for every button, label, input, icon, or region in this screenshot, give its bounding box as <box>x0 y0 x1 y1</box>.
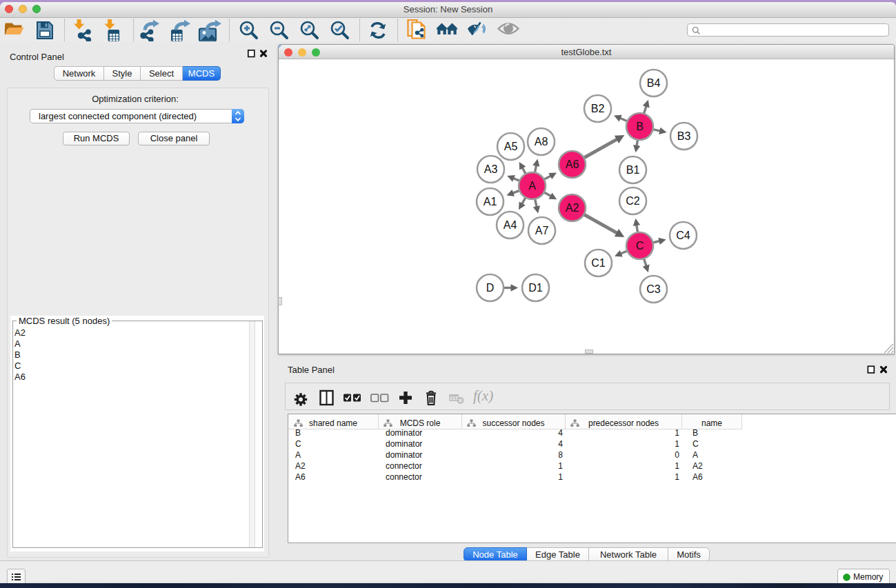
svg-text:B3: B3 <box>677 130 691 142</box>
svg-text:C4: C4 <box>676 230 690 241</box>
svg-text:D: D <box>486 282 495 294</box>
svg-text:A1: A1 <box>484 196 497 207</box>
svg-text:A: A <box>528 180 536 192</box>
svg-text:C1: C1 <box>591 257 606 269</box>
svg-text:A5: A5 <box>504 141 518 152</box>
svg-text:B4: B4 <box>647 77 661 89</box>
svg-text:A8: A8 <box>535 136 548 148</box>
svg-text:D1: D1 <box>528 282 543 294</box>
svg-text:A2: A2 <box>566 202 579 214</box>
svg-text:A3: A3 <box>484 163 498 175</box>
svg-text:B: B <box>636 121 644 132</box>
svg-text:B1: B1 <box>626 164 640 176</box>
svg-text:C3: C3 <box>646 283 661 295</box>
svg-text:B2: B2 <box>591 103 605 114</box>
svg-text:A6: A6 <box>566 159 579 170</box>
svg-text:C: C <box>636 240 644 252</box>
svg-text:A4: A4 <box>504 219 517 231</box>
svg-text:A7: A7 <box>535 225 549 236</box>
svg-text:C2: C2 <box>626 195 640 207</box>
